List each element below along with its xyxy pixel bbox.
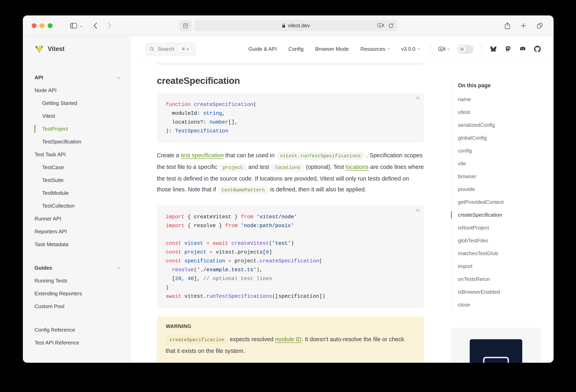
sidebar-item-task-metadata[interactable]: Task Metadata bbox=[34, 238, 121, 251]
outline-item-provide[interactable]: provide bbox=[458, 183, 541, 196]
sidebar-item-testproject[interactable]: TestProject bbox=[34, 122, 121, 135]
doc-link-test-specification[interactable]: test specification bbox=[181, 152, 224, 158]
page-icon bbox=[183, 23, 188, 28]
page-appearance-button[interactable] bbox=[179, 20, 192, 31]
sidebar-item-label: Runner API bbox=[34, 216, 61, 222]
minimize-window-button[interactable] bbox=[40, 23, 45, 28]
language-menu-button[interactable]: A bbox=[438, 46, 449, 52]
sidebar-item-label: Guides bbox=[34, 265, 52, 271]
close-window-button[interactable] bbox=[32, 23, 36, 28]
github-icon[interactable] bbox=[534, 46, 541, 52]
chevron-down-icon bbox=[387, 47, 390, 50]
back-button[interactable] bbox=[93, 22, 98, 29]
outline-item-import[interactable]: import bbox=[458, 260, 541, 273]
tab-overview-button[interactable] bbox=[537, 23, 543, 29]
address-bar-group: vitest.dev A bbox=[179, 20, 397, 31]
sidebar-toggle-icon bbox=[70, 23, 77, 29]
address-bar[interactable]: vitest.dev A bbox=[195, 20, 397, 31]
browser-window: vitest.dev A bbox=[23, 15, 553, 363]
sidebar-item-custom-pool[interactable]: Custom Pool bbox=[34, 300, 121, 313]
forward-icon bbox=[107, 22, 112, 29]
outline-item-matchestestglob[interactable]: matchesTestGlob bbox=[458, 247, 541, 260]
sponsor-card[interactable]: </> bbox=[451, 328, 541, 363]
sidebar-item-testsuite[interactable]: TestSuite bbox=[34, 174, 121, 186]
outline-item-browser[interactable]: browser bbox=[458, 170, 541, 183]
description-paragraph: Create a test specification that can be … bbox=[157, 150, 424, 196]
forward-button[interactable] bbox=[107, 22, 112, 29]
sun-icon bbox=[460, 47, 464, 51]
share-button[interactable] bbox=[505, 22, 510, 29]
sidebar-item-test-api-reference[interactable]: Test API Reference bbox=[34, 336, 121, 349]
sidebar-item-testcase[interactable]: TestCase bbox=[34, 161, 121, 174]
sidebar-item-testcollection[interactable]: TestCollection bbox=[34, 199, 121, 212]
search-shortcut: ⌘ K bbox=[179, 46, 192, 53]
sidebar-item-extending-reporters[interactable]: Extending Reporters bbox=[34, 287, 121, 300]
sidebar-item-testspecification[interactable]: TestSpecification bbox=[34, 135, 121, 148]
new-tab-button[interactable] bbox=[521, 23, 526, 29]
outline-item-vitest[interactable]: vitest bbox=[458, 106, 541, 119]
sidebar-item-getting-started[interactable]: Getting Started bbox=[34, 97, 121, 110]
window-controls bbox=[32, 23, 53, 28]
outline-item-globtestfiles[interactable]: globTestFiles bbox=[458, 234, 541, 247]
doc-link-module-id[interactable]: module ID bbox=[275, 336, 301, 342]
sidebar-item-test-task-api[interactable]: Test Task API bbox=[34, 148, 121, 161]
outline-item-vite[interactable]: vite bbox=[458, 157, 541, 170]
inline-code: locations bbox=[272, 164, 304, 171]
sidebar-item-guides[interactable]: Guides bbox=[34, 261, 121, 274]
doc-link-locations[interactable]: locations bbox=[346, 164, 368, 170]
sidebar-item-testmodule[interactable]: TestModule bbox=[34, 186, 121, 199]
code-line: locations?: number[], bbox=[166, 118, 415, 127]
nav-item-label: v3.0.0 bbox=[401, 46, 415, 52]
sidebar-toggle-button[interactable] bbox=[70, 23, 77, 29]
nav-item-browser-mode[interactable]: Browser Mode bbox=[315, 46, 349, 52]
chevron-down-icon bbox=[447, 47, 450, 50]
outline-item-isrootproject[interactable]: isRootProject bbox=[458, 221, 541, 234]
outline-item-getprovidedcontext[interactable]: getProvidedContext bbox=[458, 196, 541, 209]
sidebar-item-running-tests[interactable]: Running Tests bbox=[34, 274, 121, 287]
outline-marker bbox=[451, 211, 452, 219]
outline-item-ontestsrerun[interactable]: onTestsRerun bbox=[458, 273, 541, 285]
sidebar-item-label: Config Reference bbox=[34, 327, 75, 333]
nav-item-guide-api[interactable]: Guide & API bbox=[248, 46, 277, 52]
sidebar-item-config-reference[interactable]: Config Reference bbox=[34, 323, 121, 336]
chevron-down-icon bbox=[417, 47, 420, 50]
outline-item-name[interactable]: name bbox=[458, 93, 541, 106]
bluesky-icon[interactable] bbox=[490, 46, 497, 52]
sidebar-item-runner-api[interactable]: Runner API bbox=[34, 212, 121, 225]
outline-item-close[interactable]: close bbox=[458, 298, 541, 311]
doc-scroll-area[interactable]: createSpecification ts function createSp… bbox=[131, 62, 553, 363]
chevron-down-icon bbox=[117, 266, 120, 269]
outline-item-config[interactable]: config bbox=[458, 144, 541, 157]
site-logo[interactable]: Vitest bbox=[23, 36, 131, 62]
discord-icon[interactable] bbox=[519, 46, 526, 52]
sidebar-item-label: Test Task API bbox=[34, 151, 66, 158]
sidebar-item-reporters-api[interactable]: Reporters API bbox=[34, 225, 121, 238]
sidebar-item-vitest[interactable]: Vitest bbox=[34, 110, 121, 122]
sidebar-item-label: Getting Started bbox=[42, 100, 77, 106]
theme-toggle[interactable] bbox=[458, 45, 474, 54]
translate-icon[interactable]: A bbox=[377, 23, 384, 28]
url-text: vitest.dev bbox=[288, 23, 310, 29]
sidebar-item-node-api[interactable]: Node API bbox=[34, 84, 121, 97]
outline-item-createspecification[interactable]: createSpecification bbox=[458, 209, 541, 221]
search-button[interactable]: Search ⌘ K bbox=[145, 43, 196, 56]
nav-item-config[interactable]: Config bbox=[288, 46, 303, 52]
tab-group-chevron-icon[interactable] bbox=[80, 25, 83, 27]
page-outline: On this page namevitestserializedConfigg… bbox=[451, 62, 541, 363]
nav-extras: A bbox=[430, 44, 541, 54]
sidebar-item-api[interactable]: API bbox=[34, 71, 121, 84]
nav-item-resources[interactable]: Resources bbox=[360, 46, 389, 52]
mastodon-icon[interactable] bbox=[505, 46, 511, 52]
svg-text:A: A bbox=[440, 48, 442, 51]
outline-item-serializedconfig[interactable]: serializedConfig bbox=[458, 119, 541, 131]
zoom-window-button[interactable] bbox=[48, 23, 53, 28]
site-logo-label: Vitest bbox=[48, 45, 65, 53]
code-line: const project = vitest.projects[0] bbox=[166, 248, 415, 257]
reload-icon[interactable] bbox=[388, 23, 394, 28]
outline-list: namevitestserializedConfigglobalConfigco… bbox=[458, 93, 541, 311]
sidebar-item-label: Node API bbox=[34, 87, 57, 93]
outline-item-globalconfig[interactable]: globalConfig bbox=[458, 131, 541, 144]
outline-item-isbrowserenabled[interactable]: isBrowserEnabled bbox=[458, 285, 541, 298]
code-line: import { resolve } from 'node:path/posix… bbox=[166, 221, 415, 230]
nav-item-v3-0-0[interactable]: v3.0.0 bbox=[401, 46, 420, 52]
